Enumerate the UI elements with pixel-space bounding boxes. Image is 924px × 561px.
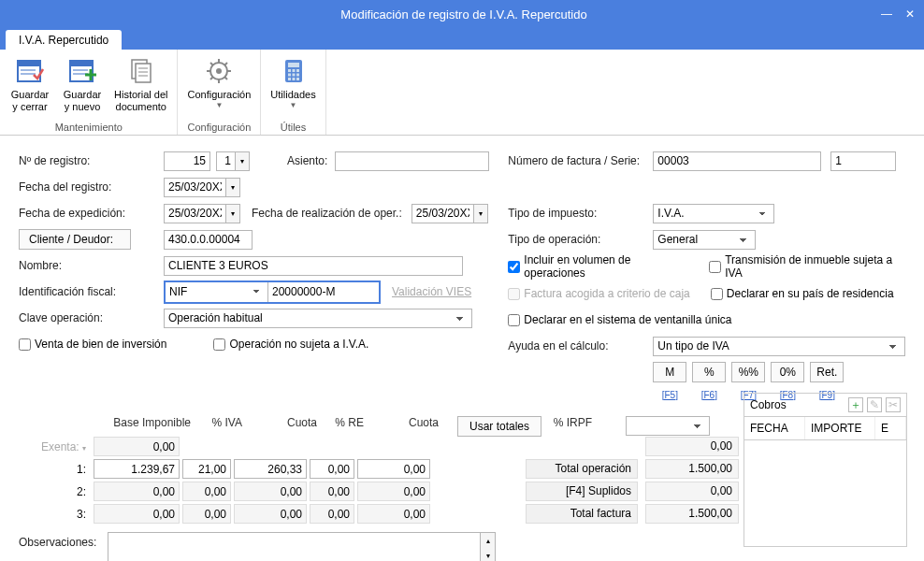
configuracion-button[interactable]: Configuración ▼ [183,54,254,120]
cliente-deudor-button[interactable]: Cliente / Deudor: [19,229,131,250]
svg-rect-35 [296,78,299,80]
row-exenta-base[interactable] [94,437,180,456]
chk-transmision[interactable]: Transmisión de inmueble sujeta a IVA [709,253,905,280]
hotkey-f5: [F5] [653,390,686,400]
dropdown-icon[interactable]: ▾ [473,204,488,223]
tipo-op-select[interactable]: General [653,230,756,250]
row1-cuota2[interactable] [357,459,430,479]
fecha-registro-field[interactable] [164,178,225,197]
vies-link[interactable]: Validación VIES [392,285,471,298]
obs-scroll[interactable]: ▴▾ [481,532,496,561]
nro-registro-field[interactable] [164,151,210,171]
chk-no-sujeta[interactable]: Operación no sujeta a I.V.A. [213,338,368,351]
cobros-add-icon[interactable]: ＋ [848,397,863,412]
tab-iva-repercutido[interactable]: I.V.A. Repercutido [6,30,122,50]
nro-registro-sub[interactable] [216,151,235,171]
observaciones-field[interactable] [108,532,481,561]
ribbon-group-utiles: Útiles [281,120,307,133]
fecha-real-field[interactable] [411,204,473,223]
row2-cuota[interactable] [234,482,307,501]
fecha-real-label: Fecha de realización de oper.: [252,207,402,220]
id-num-field[interactable] [268,282,379,302]
save-new-icon [67,56,97,86]
dropdown-icon[interactable]: ▾ [225,178,240,197]
dropdown-icon[interactable]: ▾ [235,151,250,171]
fecha-exp-field[interactable] [164,204,225,223]
hotkey-f6: [F6] [692,390,726,400]
row2-pctre[interactable] [310,482,354,501]
chk-residencia[interactable]: Declarar en su país de residencia [711,287,894,300]
svg-line-22 [224,77,227,79]
row2-cuota2[interactable] [357,482,430,501]
minimize-icon[interactable]: — [881,7,892,21]
svg-rect-1 [18,61,40,66]
hdr-cuota: Cuota [248,416,323,437]
nombre-field[interactable] [164,256,463,276]
utilidades-button[interactable]: Utilidades ▼ [267,54,319,120]
clave-op-label: Clave operación: [19,311,164,324]
tipo-op-label: Tipo de operación: [508,233,653,246]
id-tipo-select[interactable]: NIF [166,282,268,302]
row1-pctre[interactable] [310,459,354,479]
suplidos-val: 0,00 [645,482,739,501]
svg-rect-30 [288,74,291,77]
row1-base[interactable] [94,459,180,479]
save-close-icon [15,56,45,86]
cobros-col-importe: IMPORTE [805,417,875,439]
window-title: Modificación de registro de I.V.A. Reper… [47,7,881,22]
close-icon[interactable]: ✕ [905,7,915,21]
hdr-cuota2: Cuota [369,416,444,437]
historial-button[interactable]: Historial del documento [110,54,171,120]
helper-pct-button[interactable]: % [692,362,726,382]
svg-rect-29 [296,69,299,72]
svg-rect-31 [292,74,295,77]
cobros-col-fecha: FECHA [744,417,805,439]
row2-base[interactable] [94,482,180,501]
row3-pctiva[interactable] [182,504,231,524]
row3-base[interactable] [94,504,180,524]
helper-ret-button[interactable]: Ret. [810,362,844,382]
obs-label: Observaciones: [19,532,108,549]
total-operacion-val: 1.500,00 [645,459,739,479]
row3-cuota[interactable] [234,504,307,524]
suplidos-lbl: [F4] Suplidos [526,482,638,501]
hdr-pctirpf: % IRPF [541,416,598,437]
fecha-registro-label: Fecha del registro: [19,180,164,194]
guardar-nuevo-button[interactable]: Guardar y nuevo [58,54,107,120]
usar-totales-button[interactable]: Usar totales [457,416,541,437]
row3-pctre[interactable] [310,504,354,524]
svg-rect-11 [136,64,151,82]
asiento-field[interactable] [335,151,489,171]
row3-cuota2[interactable] [357,504,430,524]
row3-lbl: 3: [19,508,94,521]
row2-pctiva[interactable] [182,482,231,501]
dropdown-icon[interactable]: ▾ [225,204,240,223]
svg-rect-26 [288,63,299,67]
chevron-down-icon: ▼ [215,101,223,109]
cobros-edit-icon[interactable]: ✎ [867,397,882,412]
fecha-exp-label: Fecha de expedición: [19,207,164,220]
serie-field[interactable] [830,151,896,171]
irpf-right-select[interactable] [626,416,710,436]
ribbon-group-config: Configuración [187,120,251,133]
num-factura-field[interactable] [653,151,821,171]
helper-m-button[interactable]: M [653,362,686,382]
tipo-imp-select[interactable]: I.V.A. [653,204,774,223]
guardar-cerrar-button[interactable]: Guardar y cerrar [6,54,54,120]
helper-pctpct-button[interactable]: %% [731,362,765,382]
chk-ventanilla[interactable]: Declarar en el sistema de ventanilla úni… [508,313,731,326]
clave-op-select[interactable]: Operación habitual [164,309,472,328]
cobros-col-e: E [875,417,906,439]
cobros-body [744,440,906,546]
cobros-panel: Cobros ＋ ✎ ✂ FECHA IMPORTE E [744,393,907,547]
svg-line-23 [224,63,227,65]
row1-cuota[interactable] [234,459,307,479]
helper-0pct-button[interactable]: 0% [771,362,804,382]
cobros-delete-icon[interactable]: ✂ [886,397,901,412]
svg-point-16 [216,68,222,74]
ayuda-select[interactable]: Un tipo de IVA [653,337,905,356]
cliente-field[interactable] [164,230,253,250]
chk-volumen[interactable]: Incluir en volumen de operaciones [508,253,688,280]
row1-pctiva[interactable] [182,459,231,479]
chk-venta-inversion[interactable]: Venta de bien de inversión [19,338,166,351]
